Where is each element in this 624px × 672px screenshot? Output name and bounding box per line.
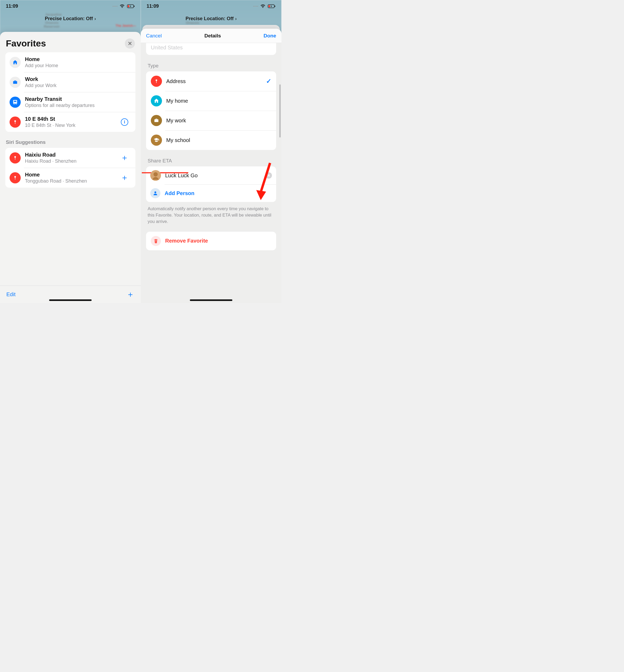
cellular-icon xyxy=(253,6,258,7)
row-title: Haixiu Road xyxy=(25,152,114,158)
type-label: Address xyxy=(166,78,262,84)
home-indicator[interactable] xyxy=(190,299,232,301)
home-icon xyxy=(9,57,21,68)
cellular-icon xyxy=(112,6,118,7)
close-button[interactable]: ✕ xyxy=(125,38,135,49)
status-bar: 11:09 xyxy=(0,0,141,12)
battery-low-charging-icon xyxy=(127,4,135,8)
remove-favorite-button[interactable]: Remove Favorite xyxy=(146,232,276,250)
add-suggestion-button[interactable]: ＋ xyxy=(118,172,131,183)
transit-icon xyxy=(9,97,21,108)
row-title: Home xyxy=(25,56,131,62)
favorites-card: Home Add your Home Work Add your Work xyxy=(5,52,135,132)
info-button[interactable]: i xyxy=(118,118,131,126)
home-indicator[interactable] xyxy=(49,299,92,301)
pin-icon xyxy=(9,172,21,183)
remove-label: Remove Favorite xyxy=(165,238,208,244)
siri-suggestions-card: Haixiu Road Haixiu Road · Shenzhen ＋ Hom… xyxy=(5,148,135,188)
favorite-row-work[interactable]: Work Add your Work xyxy=(5,72,135,92)
contact-avatar xyxy=(150,170,161,181)
cancel-button[interactable]: Cancel xyxy=(146,33,162,39)
type-label: My work xyxy=(166,117,271,124)
status-time: 11:09 xyxy=(6,3,18,9)
svg-rect-1 xyxy=(134,6,135,7)
suggestion-row[interactable]: Haixiu Road Haixiu Road · Shenzhen ＋ xyxy=(5,148,135,168)
row-subtitle: 10 E 84th St · New York xyxy=(25,123,114,128)
svg-point-12 xyxy=(156,79,157,81)
favorite-row-home[interactable]: Home Add your Home xyxy=(5,52,135,72)
precise-location-toggle[interactable]: Precise Location: Off › xyxy=(0,16,141,22)
type-card: Address ✓ My home My work My school xyxy=(146,72,276,150)
chevron-right-icon: › xyxy=(95,17,96,21)
share-eta-footer-note: Automatically notify another person ever… xyxy=(148,206,275,225)
plus-icon: ＋ xyxy=(121,172,129,183)
contact-name: Luck Luck Go xyxy=(165,172,261,179)
favorite-row-address[interactable]: 10 E 84th St 10 E 84th St · New York i xyxy=(5,112,135,132)
chevron-right-icon: › xyxy=(235,17,237,21)
home-icon xyxy=(151,95,162,106)
checkmark-icon: ✓ xyxy=(266,78,271,85)
page-title: Favorites xyxy=(6,38,46,49)
status-bar: 11:09 xyxy=(141,0,282,12)
row-subtitle: Add your Work xyxy=(25,83,131,88)
row-subtitle: Tonggubao Road · Shenzhen xyxy=(25,178,114,184)
type-option-home[interactable]: My home xyxy=(146,91,276,111)
type-header: Type xyxy=(148,63,282,69)
svg-line-17 xyxy=(261,163,270,192)
svg-rect-11 xyxy=(268,5,270,7)
type-option-work[interactable]: My work xyxy=(146,111,276,130)
type-label: My home xyxy=(166,98,271,104)
wifi-icon xyxy=(260,4,265,8)
close-icon: ✕ xyxy=(128,41,132,47)
info-icon: i xyxy=(121,118,128,126)
briefcase-icon xyxy=(151,115,162,126)
precise-location-toggle[interactable]: Precise Location: Off › xyxy=(141,16,282,22)
briefcase-icon xyxy=(9,77,21,88)
edit-button[interactable]: Edit xyxy=(6,291,16,297)
battery-low-charging-icon xyxy=(268,4,276,8)
svg-point-7 xyxy=(14,176,16,178)
svg-rect-13 xyxy=(156,81,157,83)
plus-icon: ＋ xyxy=(121,152,129,163)
add-favorite-button[interactable]: ＋ xyxy=(126,289,134,300)
pin-icon xyxy=(151,76,162,87)
pin-icon xyxy=(9,116,21,128)
nav-bar: Cancel Details Done xyxy=(141,29,282,43)
row-title: Home xyxy=(25,171,114,178)
row-title: 10 E 84th St xyxy=(25,116,114,122)
svg-rect-2 xyxy=(128,5,129,7)
wifi-icon xyxy=(120,4,125,8)
svg-rect-6 xyxy=(15,157,16,160)
siri-suggestions-header: Siri Suggestions xyxy=(6,139,141,145)
pin-icon xyxy=(9,152,21,163)
graduation-icon xyxy=(151,135,162,146)
svg-point-3 xyxy=(14,120,16,122)
svg-rect-10 xyxy=(275,6,275,7)
row-subtitle: Haixiu Road · Shenzhen xyxy=(25,158,114,164)
status-time: 11:09 xyxy=(147,3,159,9)
phone-right: Precise Location: Off › Onassis 11:09 Ca… xyxy=(141,0,282,303)
svg-point-16 xyxy=(155,191,156,193)
remove-card: Remove Favorite xyxy=(146,232,276,250)
scrollbar[interactable] xyxy=(279,84,281,137)
annotation-arrow xyxy=(256,161,277,200)
row-title: Work xyxy=(25,76,131,82)
suggestion-row[interactable]: Home Tonggubao Road · Shenzhen ＋ xyxy=(5,168,135,188)
svg-rect-8 xyxy=(15,177,16,180)
details-title: Details xyxy=(205,33,221,39)
row-subtitle: Add your Home xyxy=(25,63,131,69)
type-label: My school xyxy=(166,137,271,143)
trash-icon xyxy=(151,236,161,246)
favorites-sheet: Favorites ✕ Home Add your Home xyxy=(0,32,141,303)
svg-marker-18 xyxy=(256,190,266,200)
person-icon xyxy=(150,188,160,198)
done-button[interactable]: Done xyxy=(264,33,277,39)
type-option-school[interactable]: My school xyxy=(146,130,276,150)
row-title: Nearby Transit xyxy=(25,96,131,102)
favorite-row-transit[interactable]: Nearby Transit Options for all nearby de… xyxy=(5,92,135,112)
svg-rect-4 xyxy=(15,122,16,124)
type-option-address[interactable]: Address ✓ xyxy=(146,72,276,91)
svg-point-15 xyxy=(154,172,158,177)
row-subtitle: Options for all nearby departures xyxy=(25,103,131,108)
add-suggestion-button[interactable]: ＋ xyxy=(118,152,131,163)
